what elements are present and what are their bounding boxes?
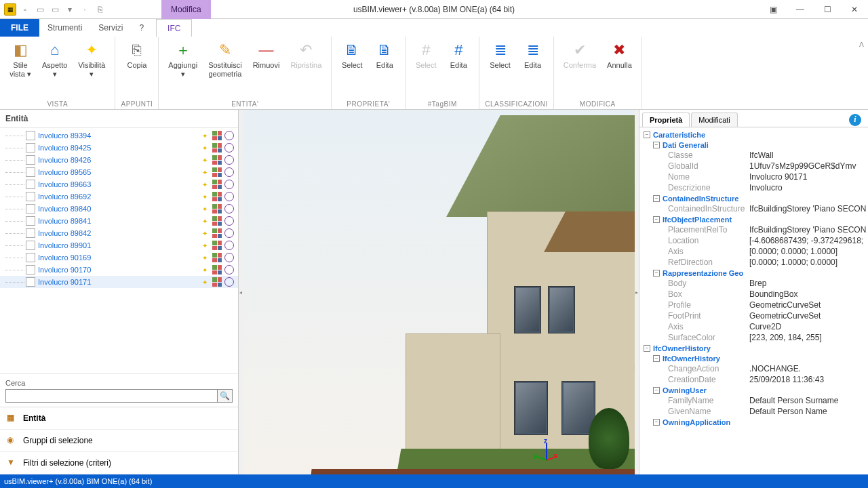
copia-button[interactable]: ⎘Copia xyxy=(122,39,152,71)
prop-row[interactable]: FamilyNameDefault Person Surname xyxy=(641,395,867,406)
tree-item[interactable]: Involucro 89841✦ xyxy=(0,215,238,227)
isolate-icon[interactable] xyxy=(224,131,234,140)
visibility-icon[interactable]: ✦ xyxy=(200,155,210,165)
prop-group-header[interactable]: −OwningApplication xyxy=(641,418,867,427)
prop-row[interactable]: SurfaceColor[223, 209, 184, 255] xyxy=(641,332,867,343)
left-tab-gruppi[interactable]: ◉Gruppi di selezione xyxy=(0,430,238,452)
menu-strumenti[interactable]: Strumenti xyxy=(39,19,90,37)
sostituisci-button[interactable]: ✎Sostituisci geometria xyxy=(204,39,246,79)
tree-item[interactable]: Involucro 89565✦ xyxy=(0,166,238,178)
collapse-icon[interactable]: − xyxy=(644,345,650,352)
viewport-3d[interactable]: z x y xyxy=(243,110,635,474)
prop-row[interactable]: PlacementRelToIfcBuildingStorey 'Piano S… xyxy=(641,224,867,235)
isolate-icon[interactable] xyxy=(224,241,234,250)
visibility-icon[interactable]: ✦ xyxy=(200,253,210,262)
color-icon[interactable] xyxy=(212,167,222,177)
color-icon[interactable] xyxy=(212,180,222,189)
collapse-icon[interactable]: − xyxy=(653,270,660,277)
tree-item[interactable]: Involucro 90171✦ xyxy=(0,276,238,288)
color-icon[interactable] xyxy=(212,228,222,238)
visibility-icon[interactable]: ✦ xyxy=(200,131,210,140)
tree-item[interactable]: Involucro 90169✦ xyxy=(0,251,238,264)
color-icon[interactable] xyxy=(212,131,222,140)
prop-row[interactable]: GivenNameDefault Person Name xyxy=(641,406,867,417)
isolate-icon[interactable] xyxy=(224,204,234,214)
prop-row[interactable]: ClasseIfcWall xyxy=(641,150,867,161)
color-icon[interactable] xyxy=(212,277,222,287)
annulla-button[interactable]: ✖Annulla xyxy=(603,39,636,71)
isolate-icon[interactable] xyxy=(224,143,234,152)
prop-row[interactable]: DescrizioneInvolucro xyxy=(641,182,867,193)
isolate-icon[interactable] xyxy=(224,265,234,274)
prop-row[interactable]: RefDirection[0.0000; 1.0000; 0.0000] xyxy=(641,257,867,268)
menu-servizi[interactable]: Servizi xyxy=(90,19,131,37)
prop-row[interactable]: CreationDate25/09/2018 11:36:43 xyxy=(641,374,867,385)
collapse-icon[interactable]: − xyxy=(653,387,660,394)
isolate-icon[interactable] xyxy=(224,216,234,226)
left-tab-filtri[interactable]: ▼Filtri di selezione (criteri) xyxy=(0,452,238,474)
aspetto-button[interactable]: ⌂Aspetto ▾ xyxy=(38,39,71,79)
prop-row[interactable]: FootPrintGeometricCurveSet xyxy=(641,310,867,321)
isolate-icon[interactable] xyxy=(224,180,234,189)
p-select-button[interactable]: 🗎Select xyxy=(337,39,367,71)
prop-row[interactable]: NomeInvolucro 90171 xyxy=(641,171,867,182)
visibility-icon[interactable]: ✦ xyxy=(200,204,210,214)
color-icon[interactable] xyxy=(212,265,222,274)
prop-group-header[interactable]: −OwningUser xyxy=(641,386,867,395)
visibility-icon[interactable]: ✦ xyxy=(200,192,210,201)
minimize-icon[interactable]: — xyxy=(787,0,814,19)
visibilita-button[interactable]: ✦Visibilità ▾ xyxy=(74,39,109,79)
prop-group-header[interactable]: −ContainedInStructure xyxy=(641,194,867,203)
prop-group-header[interactable]: −IfcObjectPlacement xyxy=(641,215,867,224)
prop-row[interactable]: Axis[0.0000; 0.0000; 1.0000] xyxy=(641,246,867,257)
search-button[interactable]: 🔍 xyxy=(218,389,233,403)
prop-row[interactable]: BodyBrep xyxy=(641,278,867,289)
c-edita-button[interactable]: ≣Edita xyxy=(518,39,548,71)
prop-group-header[interactable]: −Caratteristiche xyxy=(641,130,867,140)
tree-item[interactable]: Involucro 89425✦ xyxy=(0,142,238,154)
entity-tree[interactable]: Involucro 89394✦Involucro 89425✦Involucr… xyxy=(0,128,238,373)
color-icon[interactable] xyxy=(212,204,222,214)
collapse-icon[interactable]: − xyxy=(653,355,660,362)
tree-item[interactable]: Involucro 89692✦ xyxy=(0,190,238,203)
prop-row[interactable]: Location[-4.6068687439; -9.372429618; xyxy=(641,235,867,246)
rimuovi-button[interactable]: —Rimuovi xyxy=(249,39,284,71)
color-icon[interactable] xyxy=(212,192,222,201)
info-icon[interactable]: i xyxy=(849,114,861,126)
tree-item[interactable]: Involucro 89901✦ xyxy=(0,239,238,251)
color-icon[interactable] xyxy=(212,143,222,152)
collapse-icon[interactable]: − xyxy=(653,216,660,223)
close-icon[interactable]: ✕ xyxy=(841,0,868,19)
t-edita-button[interactable]: #Edita xyxy=(443,39,473,71)
p-edita-button[interactable]: 🗎Edita xyxy=(370,39,399,71)
tab-proprieta[interactable]: Proprietà xyxy=(642,113,690,127)
menu-ifc[interactable]: IFC xyxy=(156,19,192,37)
visibility-icon[interactable]: ✦ xyxy=(200,265,210,274)
prop-row[interactable]: ProfileGeometricCurveSet xyxy=(641,300,867,310)
collapse-icon[interactable]: − xyxy=(644,131,650,138)
aggiungi-button[interactable]: ＋Aggiungi ▾ xyxy=(164,39,201,79)
visibility-icon[interactable]: ✦ xyxy=(200,167,210,177)
qat-save-icon[interactable]: ▾ xyxy=(64,3,76,16)
visibility-icon[interactable]: ✦ xyxy=(200,180,210,189)
stile-vista-button[interactable]: ◧Stile vista ▾ xyxy=(5,39,35,79)
prop-row[interactable]: ContainedInStructureIfcBuildingStorey 'P… xyxy=(641,203,867,214)
color-icon[interactable] xyxy=(212,155,222,165)
maximize-icon[interactable]: ☐ xyxy=(814,0,841,19)
isolate-icon[interactable] xyxy=(224,277,234,287)
tree-item[interactable]: Involucro 89840✦ xyxy=(0,203,238,215)
qat-open-icon[interactable]: ▭ xyxy=(34,3,46,16)
isolate-icon[interactable] xyxy=(224,228,234,238)
color-icon[interactable] xyxy=(212,253,222,262)
qat-new-icon[interactable]: ▫ xyxy=(19,3,31,16)
prop-group-header[interactable]: −Dati Generali xyxy=(641,140,867,150)
visibility-icon[interactable]: ✦ xyxy=(200,277,210,287)
tree-item[interactable]: Involucro 89842✦ xyxy=(0,227,238,239)
prop-group-header[interactable]: −Rappresentazione Geo xyxy=(641,268,867,278)
tree-item[interactable]: Involucro 89394✦ xyxy=(0,129,238,142)
collapse-icon[interactable]: − xyxy=(653,142,660,148)
color-icon[interactable] xyxy=(212,241,222,250)
prop-row[interactable]: AxisCurve2D xyxy=(641,321,867,332)
qat-attach-icon[interactable]: ⎘ xyxy=(94,3,106,16)
left-tab-entita[interactable]: ▦Entità xyxy=(0,407,238,430)
